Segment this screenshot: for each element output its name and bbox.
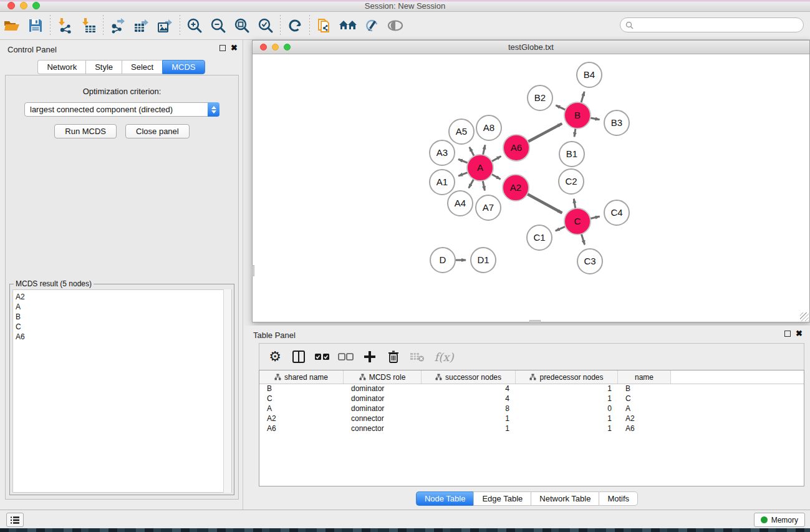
memory-button[interactable]: Memory xyxy=(754,513,805,527)
criterion-select[interactable]: largest connected component (directed) xyxy=(24,102,219,117)
edge-A-A7[interactable] xyxy=(483,181,485,191)
import-table-button[interactable] xyxy=(77,14,100,37)
table-row[interactable]: Cdominator41C xyxy=(259,394,804,404)
graph-node-A7[interactable]: A7 xyxy=(476,195,501,220)
edge-B-B1[interactable] xyxy=(574,128,576,137)
edge-C-C1[interactable] xyxy=(556,226,566,231)
table-cell[interactable]: connector xyxy=(344,424,422,434)
close-panel-icon[interactable]: ✖ xyxy=(231,45,238,51)
table-cell[interactable]: C xyxy=(618,394,671,404)
edge-C-C4[interactable] xyxy=(590,216,599,218)
edge-A6-B[interactable] xyxy=(528,123,562,142)
table-cell[interactable]: B xyxy=(618,384,671,394)
open-file-button[interactable] xyxy=(0,14,24,37)
zoom-selected-button[interactable] xyxy=(254,14,277,37)
close-table-panel-icon[interactable]: ✖ xyxy=(796,331,803,337)
hide-details-button[interactable] xyxy=(360,14,383,37)
network-window-titlebar[interactable]: testGlobe.txt xyxy=(253,41,809,54)
close-panel-button[interactable]: Close panel xyxy=(125,124,190,138)
save-session-button[interactable] xyxy=(24,14,47,37)
refresh-button[interactable] xyxy=(283,14,307,37)
graph-node-D1[interactable]: D1 xyxy=(471,248,496,273)
graph-node-D[interactable]: D xyxy=(430,248,455,273)
graph-node-A6[interactable]: A6 xyxy=(503,135,529,161)
tab-node-table[interactable]: Node Table xyxy=(416,491,474,506)
table-cell[interactable]: 1 xyxy=(516,394,618,404)
table-cell[interactable]: 1 xyxy=(516,414,618,424)
export-network-button[interactable] xyxy=(106,14,130,37)
edge-B-B4[interactable] xyxy=(581,92,584,103)
edge-C-C2[interactable] xyxy=(574,199,575,209)
edge-C-C3[interactable] xyxy=(581,234,584,244)
table-cell[interactable]: C xyxy=(259,394,344,404)
graph-node-A8[interactable]: A8 xyxy=(476,115,501,140)
tab-motifs[interactable]: Motifs xyxy=(599,491,638,506)
graph-node-C[interactable]: C xyxy=(564,208,591,235)
tab-select[interactable]: Select xyxy=(122,60,162,74)
graph-node-B4[interactable]: B4 xyxy=(577,62,602,87)
graph-node-A5[interactable]: A5 xyxy=(449,119,474,144)
edge-A2-C[interactable] xyxy=(527,194,562,213)
table-cell[interactable]: 4 xyxy=(422,394,516,404)
run-mcds-button[interactable]: Run MCDS xyxy=(54,124,117,138)
graph-node-C4[interactable]: C4 xyxy=(604,200,629,225)
task-history-button[interactable] xyxy=(6,513,24,527)
graph-node-A4[interactable]: A4 xyxy=(448,191,473,216)
graph-node-C2[interactable]: C2 xyxy=(559,169,584,194)
table-cell[interactable]: dominator xyxy=(344,404,422,414)
edge-A-A6[interactable] xyxy=(491,157,501,162)
network-horizontal-scroll-nub[interactable] xyxy=(529,320,541,322)
graph-node-B1[interactable]: B1 xyxy=(559,142,584,167)
edge-A-A2[interactable] xyxy=(491,174,500,179)
tab-network-table[interactable]: Network Table xyxy=(531,491,599,506)
table-row[interactable]: A6connector11A6 xyxy=(259,424,804,434)
export-table-button[interactable] xyxy=(130,14,153,37)
network-vertical-scroll-nub[interactable] xyxy=(252,265,254,276)
table-cell[interactable]: connector xyxy=(344,414,422,424)
zoom-out-button[interactable] xyxy=(206,14,230,37)
mcds-result-list[interactable]: A2ABCA6 xyxy=(12,289,232,493)
add-column-button[interactable] xyxy=(359,346,380,367)
column-layout-button[interactable] xyxy=(288,346,309,367)
deselect-all-button[interactable] xyxy=(335,346,357,367)
table-cell[interactable]: A2 xyxy=(618,414,671,424)
edge-A-A1[interactable] xyxy=(458,172,468,176)
table-cell[interactable]: 8 xyxy=(422,404,516,414)
result-item[interactable]: A xyxy=(16,302,231,312)
column-header[interactable]: successor nodes xyxy=(422,370,516,384)
edge-B-B3[interactable] xyxy=(591,118,600,120)
search-input[interactable] xyxy=(637,19,803,31)
table-cell[interactable]: A6 xyxy=(259,424,344,434)
result-scrollbar[interactable] xyxy=(223,289,231,493)
function-builder-button[interactable]: f(x) xyxy=(430,346,458,367)
graph-node-B3[interactable]: B3 xyxy=(604,110,629,135)
table-cell[interactable]: B xyxy=(259,384,344,394)
result-item[interactable]: C xyxy=(16,322,231,332)
table-row[interactable]: Adominator80A xyxy=(259,404,804,414)
table-cell[interactable]: 0 xyxy=(516,404,618,414)
table-row[interactable]: A2connector11A2 xyxy=(259,414,804,424)
resize-grip[interactable] xyxy=(800,312,809,321)
home-button[interactable] xyxy=(336,14,360,37)
table-row[interactable]: Bdominator41B xyxy=(259,384,804,394)
edge-B-B2[interactable] xyxy=(556,105,566,110)
table-cell[interactable]: 1 xyxy=(516,384,618,394)
table-cell[interactable]: 1 xyxy=(516,424,618,434)
table-cell[interactable]: 1 xyxy=(422,424,516,434)
table-cell[interactable]: A2 xyxy=(259,414,344,424)
graph-node-C3[interactable]: C3 xyxy=(577,249,602,274)
network-canvas[interactable]: B4B2BB3A5A8A6A3B1AA1C2A2A4A7C4CC1C3DD1 xyxy=(253,54,809,322)
column-header[interactable]: name xyxy=(618,370,671,384)
column-header[interactable]: MCDS role xyxy=(344,370,422,384)
tab-edge-table[interactable]: Edge Table xyxy=(473,491,531,506)
table-cell[interactable]: 4 xyxy=(422,384,516,394)
table-cell[interactable]: 1 xyxy=(422,414,516,424)
delete-table-button[interactable] xyxy=(407,346,428,367)
result-item[interactable]: A6 xyxy=(16,332,231,342)
node-table[interactable]: shared nameMCDS rolesuccessor nodesprede… xyxy=(259,370,804,486)
column-header[interactable]: shared name xyxy=(259,370,344,384)
duplicate-network-button[interactable] xyxy=(312,14,336,37)
table-cell[interactable]: A xyxy=(259,404,344,414)
table-cell[interactable]: dominator xyxy=(344,384,422,394)
float-panel-icon[interactable] xyxy=(219,45,226,51)
